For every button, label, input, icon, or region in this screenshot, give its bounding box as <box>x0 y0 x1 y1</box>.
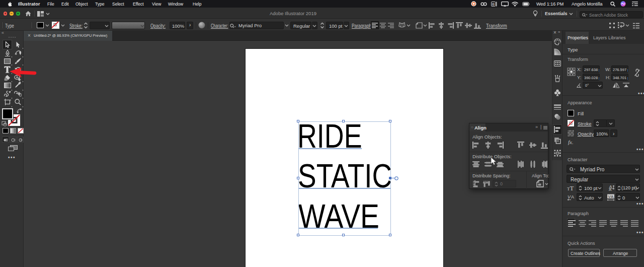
svg-text:V: V <box>568 194 571 199</box>
svg-text:A: A <box>609 187 612 191</box>
svg-text:T: T <box>570 184 574 191</box>
svg-text:A: A <box>611 194 614 199</box>
svg-text:B: B <box>492 2 495 6</box>
svg-text:A: A <box>571 194 574 199</box>
